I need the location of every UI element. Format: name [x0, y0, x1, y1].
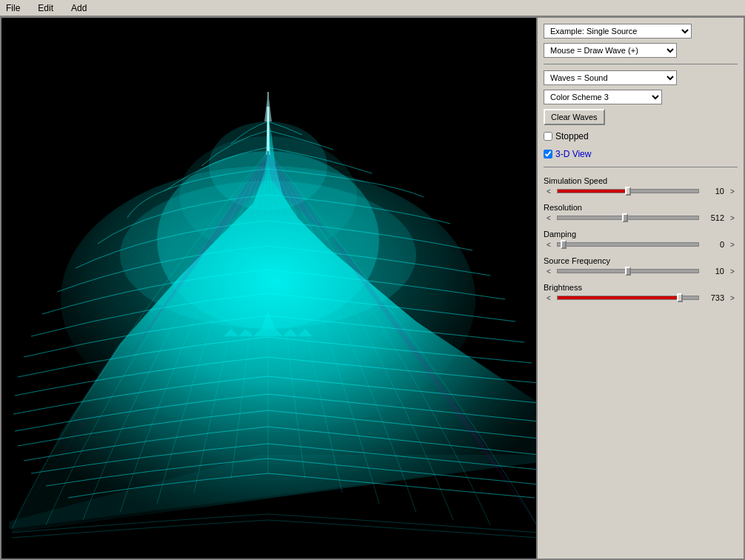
resolution-thumb[interactable] [622, 213, 628, 222]
resolution-row: < 512 > [544, 213, 738, 222]
simulation-speed-value: 10 [702, 187, 724, 196]
resolution-value: 512 [702, 213, 724, 222]
menu-bar: File Edit Add [0, 0, 745, 16]
sidebar: Example: Single Source Mouse = Draw Wave… [536, 18, 744, 559]
damping-increase[interactable]: > [727, 241, 738, 249]
stopped-row: Stopped [544, 131, 738, 141]
brightness-thumb[interactable] [677, 293, 683, 302]
brightness-row: < 733 > [544, 293, 738, 302]
simulation-speed-increase[interactable]: > [727, 187, 738, 196]
clear-waves-button[interactable]: Clear Waves [544, 109, 605, 125]
example-select[interactable]: Example: Single Source [544, 24, 692, 39]
example-dropdown-row: Example: Single Source [544, 24, 738, 39]
clear-waves-row: Clear Waves [544, 109, 738, 125]
simulation-speed-thumb[interactable] [625, 187, 631, 196]
color-scheme-dropdown-row: Color Scheme 3 [544, 90, 738, 104]
resolution-label: Resolution [544, 203, 738, 212]
three-d-checkbox[interactable] [544, 150, 552, 159]
damping-row: < 0 > [544, 240, 738, 249]
main-container: Example: Single Source Mouse = Draw Wave… [0, 16, 745, 560]
simulation-speed-fill [558, 190, 628, 193]
brightness-increase[interactable]: > [727, 294, 738, 302]
damping-section: Damping < 0 > [544, 230, 738, 249]
brightness-track[interactable] [557, 296, 699, 300]
source-frequency-decrease[interactable]: < [544, 267, 554, 276]
resolution-section: Resolution < 512 > [544, 203, 738, 222]
color-scheme-select[interactable]: Color Scheme 3 [544, 90, 662, 104]
stopped-checkbox[interactable] [544, 132, 552, 141]
damping-value: 0 [702, 240, 724, 249]
menu-edit[interactable]: Edit [35, 1, 56, 15]
source-frequency-section: Source Frequency < 10 > [544, 256, 738, 276]
brightness-section: Brightness < 733 > [544, 283, 738, 302]
source-frequency-value: 10 [702, 267, 724, 276]
stopped-label: Stopped [555, 131, 589, 141]
damping-track[interactable] [557, 242, 699, 247]
damping-thumb[interactable] [561, 240, 567, 249]
menu-add[interactable]: Add [68, 1, 90, 15]
wave-visualization [1, 18, 536, 559]
brightness-fill [558, 296, 680, 299]
simulation-speed-section: Simulation Speed < 10 > [544, 176, 738, 196]
resolution-track[interactable] [557, 216, 699, 220]
source-frequency-increase[interactable]: > [727, 267, 738, 276]
mouse-mode-select[interactable]: Mouse = Draw Wave (+) [544, 43, 677, 58]
three-d-label: 3-D View [555, 149, 591, 159]
source-frequency-thumb[interactable] [625, 267, 631, 276]
waves-select[interactable]: Waves = Sound [544, 70, 677, 85]
resolution-increase[interactable]: > [727, 214, 738, 222]
simulation-speed-label: Simulation Speed [544, 176, 738, 185]
simulation-speed-track[interactable] [557, 189, 699, 193]
simulation-speed-decrease[interactable]: < [544, 187, 554, 196]
divider-1 [544, 64, 738, 64]
brightness-label: Brightness [544, 283, 738, 292]
mouse-mode-dropdown-row: Mouse = Draw Wave (+) [544, 43, 738, 58]
three-d-row: 3-D View [544, 149, 738, 159]
simulation-speed-row: < 10 > [544, 187, 738, 196]
brightness-value: 733 [702, 293, 724, 302]
waves-dropdown-row: Waves = Sound [544, 70, 738, 85]
source-frequency-label: Source Frequency [544, 256, 738, 265]
brightness-decrease[interactable]: < [544, 294, 554, 302]
damping-label: Damping [544, 230, 738, 239]
damping-decrease[interactable]: < [544, 241, 554, 249]
source-frequency-track[interactable] [557, 269, 699, 273]
wave-canvas-area[interactable] [1, 18, 536, 559]
source-frequency-row: < 10 > [544, 267, 738, 276]
menu-file[interactable]: File [3, 1, 23, 15]
divider-2 [544, 167, 738, 167]
resolution-decrease[interactable]: < [544, 214, 554, 222]
